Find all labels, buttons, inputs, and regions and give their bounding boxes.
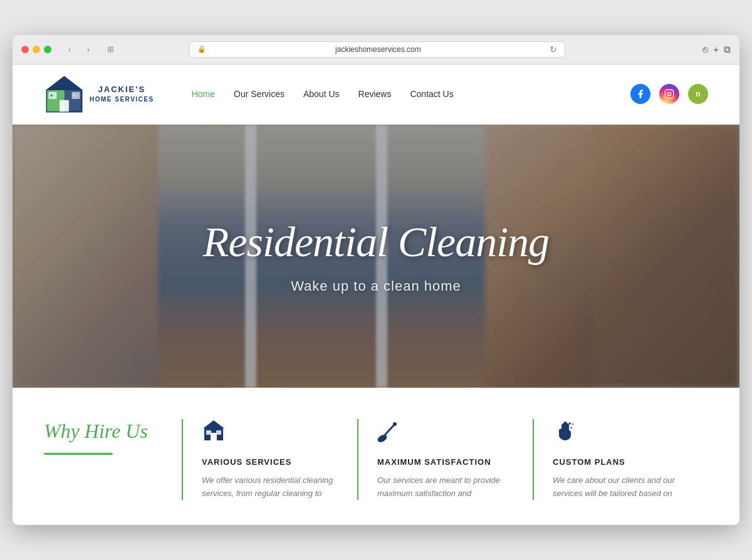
svg-rect-4 xyxy=(60,100,69,111)
website-content: JACKIE'S HOME SERVICES Home Our Services… xyxy=(13,65,739,526)
card-1-title: VARIOUS SERVICES xyxy=(202,457,338,467)
svg-point-7 xyxy=(50,94,53,96)
nav-home[interactable]: Home xyxy=(192,89,215,99)
hero-section: Residential Cleaning Wake up to a clean … xyxy=(13,125,739,388)
svg-rect-14 xyxy=(216,430,221,435)
card-2-title: MAXIMUM SATISFACTION xyxy=(377,457,514,467)
nav-about-us[interactable]: About Us xyxy=(303,89,340,99)
nextdoor-icon[interactable]: n xyxy=(688,84,708,104)
hand-sparkle-icon: ✦ ✦ ✦ xyxy=(553,419,689,449)
browser-actions: ⎋ + ⧉ xyxy=(702,44,731,55)
browser-window: ‹ › ⊞ 🔒 jackieshomeservices.com ↻ ⎋ + ⧉ xyxy=(13,35,739,526)
broom-icon xyxy=(377,419,514,449)
why-card-custom-plans: ✦ ✦ ✦ CUSTOM PLANS We care about our cli… xyxy=(533,419,708,500)
instagram-icon[interactable] xyxy=(659,84,679,104)
card-3-title: CUSTOM PLANS xyxy=(553,457,689,467)
nav-contact-us[interactable]: Contact Us xyxy=(410,89,453,99)
refresh-icon[interactable]: ↻ xyxy=(550,44,557,54)
svg-point-18 xyxy=(393,422,397,426)
hero-subtitle: Wake up to a clean home xyxy=(291,278,461,294)
social-icons: n xyxy=(630,84,708,104)
traffic-light-yellow[interactable] xyxy=(33,46,40,53)
why-cards-container: VARIOUS SERVICES We offer various reside… xyxy=(182,419,708,500)
logo-brand-name: JACKIE'S HOME SERVICES xyxy=(90,85,154,103)
card-1-text: We offer various residential cleaning se… xyxy=(202,474,338,500)
why-hire-us-section: Why Hire Us VARIOUS SERVI xyxy=(13,388,739,526)
svg-point-8 xyxy=(73,94,75,96)
card-2-text: Our services are meant to provide maximu… xyxy=(377,474,514,500)
lock-icon: 🔒 xyxy=(197,45,206,53)
svg-rect-12 xyxy=(211,433,217,440)
hero-content: Residential Cleaning Wake up to a clean … xyxy=(13,125,739,388)
svg-marker-1 xyxy=(47,76,82,90)
main-navigation: Home Our Services About Us Reviews Conta… xyxy=(192,89,612,99)
logo-image xyxy=(44,74,85,115)
browser-chrome: ‹ › ⊞ 🔒 jackieshomeservices.com ↻ ⎋ + ⧉ xyxy=(13,35,739,65)
traffic-lights xyxy=(21,46,51,53)
svg-rect-13 xyxy=(206,430,211,435)
svg-rect-5 xyxy=(48,91,56,98)
why-card-max-satisfaction: MAXIMUM SATISFACTION Our services are me… xyxy=(357,419,533,500)
address-bar[interactable]: 🔒 jackieshomeservices.com ↻ xyxy=(189,41,565,58)
house-services-icon xyxy=(202,419,338,449)
back-button[interactable]: ‹ xyxy=(61,43,78,56)
nav-our-services[interactable]: Our Services xyxy=(234,89,285,99)
svg-point-11 xyxy=(671,91,672,92)
traffic-light-red[interactable] xyxy=(21,46,29,53)
svg-marker-15 xyxy=(203,420,224,428)
svg-text:✦: ✦ xyxy=(572,422,574,426)
svg-rect-9 xyxy=(665,90,673,98)
nav-reviews[interactable]: Reviews xyxy=(358,89,392,99)
url-text: jackieshomeservices.com xyxy=(210,45,546,54)
card-3-text: We care about our clients and our servic… xyxy=(553,474,689,500)
browser-controls: ‹ › xyxy=(61,43,97,56)
forward-button[interactable]: › xyxy=(80,43,97,56)
logo-area: JACKIE'S HOME SERVICES xyxy=(44,74,154,115)
facebook-icon[interactable] xyxy=(630,84,650,104)
site-header: JACKIE'S HOME SERVICES Home Our Services… xyxy=(13,65,739,125)
svg-text:✦: ✦ xyxy=(570,426,573,430)
why-left-panel: Why Hire Us xyxy=(44,419,182,500)
logo-text-block: JACKIE'S HOME SERVICES xyxy=(90,85,154,103)
window-icon: ⊞ xyxy=(103,43,118,56)
svg-point-10 xyxy=(667,93,671,96)
why-section-title: Why Hire Us xyxy=(44,419,163,443)
tabs-icon[interactable]: ⧉ xyxy=(724,44,731,55)
new-tab-icon[interactable]: + xyxy=(713,44,719,55)
traffic-light-green[interactable] xyxy=(44,46,51,53)
why-title-underline xyxy=(44,453,113,455)
hero-title: Residential Cleaning xyxy=(203,217,549,267)
svg-point-17 xyxy=(377,433,388,442)
why-card-various-services: VARIOUS SERVICES We offer various reside… xyxy=(182,419,357,500)
share-icon[interactable]: ⎋ xyxy=(702,44,708,55)
